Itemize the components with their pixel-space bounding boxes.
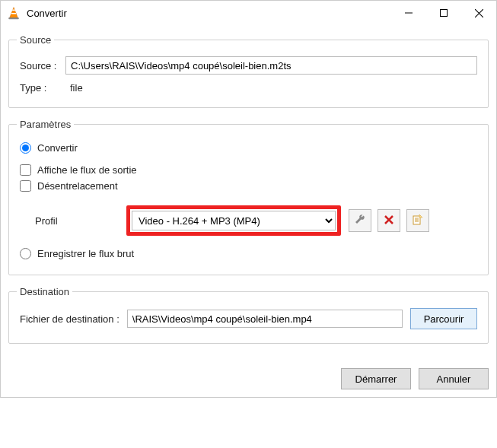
profile-label: Profil bbox=[35, 215, 126, 227]
radio-convert-label: Convertir bbox=[37, 142, 78, 154]
svg-rect-5 bbox=[441, 10, 448, 17]
svg-marker-0 bbox=[10, 8, 18, 18]
delete-x-icon bbox=[383, 214, 395, 228]
parameters-group: Paramètres Convertir Affiche le flux de … bbox=[8, 119, 489, 275]
new-profile-button[interactable] bbox=[406, 209, 429, 232]
radio-rawstream-label: Enregistrer le flux brut bbox=[37, 248, 134, 259]
convert-window: Convertir Source Source : Type : file Pa… bbox=[0, 0, 497, 398]
maximize-button[interactable] bbox=[426, 1, 461, 25]
new-profile-icon bbox=[412, 214, 424, 228]
vlc-icon bbox=[7, 6, 21, 20]
browse-button[interactable]: Parcourir bbox=[410, 308, 477, 329]
parameters-legend: Paramètres bbox=[17, 119, 74, 130]
destination-group: Destination Fichier de destination : Par… bbox=[8, 286, 489, 344]
source-input[interactable] bbox=[65, 56, 477, 75]
source-row: Source : bbox=[20, 56, 477, 75]
type-label: Type : bbox=[20, 82, 65, 94]
checkbox-show-output-input[interactable] bbox=[20, 164, 31, 176]
profile-row: Profil Video - H.264 + MP3 (MP4) bbox=[35, 205, 477, 236]
svg-rect-1 bbox=[12, 10, 15, 11]
window-content: Source Source : Type : file Paramètres C… bbox=[1, 25, 496, 364]
checkbox-deinterlace-input[interactable] bbox=[20, 180, 31, 192]
source-legend: Source bbox=[17, 34, 54, 46]
destination-label: Fichier de destination : bbox=[20, 313, 119, 325]
checkbox-deinterlace[interactable]: Désentrelacement bbox=[20, 180, 477, 192]
checkbox-show-output[interactable]: Affiche le flux de sortie bbox=[20, 164, 477, 176]
dialog-buttons: Démarrer Annuler bbox=[1, 364, 496, 397]
profile-highlight: Video - H.264 + MP3 (MP4) bbox=[126, 205, 341, 236]
profile-select[interactable]: Video - H.264 + MP3 (MP4) bbox=[132, 211, 336, 230]
delete-profile-button[interactable] bbox=[378, 209, 400, 232]
radio-convert[interactable]: Convertir bbox=[20, 142, 477, 154]
convert-options: Affiche le flux de sortie Désentrelaceme… bbox=[20, 164, 477, 192]
wrench-icon bbox=[354, 214, 366, 228]
destination-legend: Destination bbox=[17, 286, 72, 297]
edit-profile-button[interactable] bbox=[349, 209, 371, 232]
radio-rawstream-input[interactable] bbox=[20, 248, 31, 259]
radio-convert-input[interactable] bbox=[20, 142, 31, 154]
type-value: file bbox=[70, 82, 83, 94]
window-title: Convertir bbox=[27, 8, 67, 19]
checkbox-show-output-label: Affiche le flux de sortie bbox=[37, 164, 137, 176]
type-row: Type : file bbox=[20, 82, 477, 94]
destination-input[interactable] bbox=[127, 310, 403, 328]
svg-rect-3 bbox=[8, 17, 19, 19]
cancel-button[interactable]: Annuler bbox=[419, 368, 489, 389]
checkbox-deinterlace-label: Désentrelacement bbox=[37, 180, 118, 192]
minimize-button[interactable] bbox=[391, 1, 426, 25]
destination-row: Fichier de destination : Parcourir bbox=[20, 308, 477, 329]
start-button[interactable]: Démarrer bbox=[341, 368, 411, 389]
title-bar: Convertir bbox=[1, 1, 496, 25]
svg-marker-14 bbox=[419, 214, 422, 218]
svg-rect-2 bbox=[11, 13, 16, 14]
profile-tool-buttons bbox=[349, 209, 429, 232]
source-group: Source Source : Type : file bbox=[8, 34, 489, 108]
radio-rawstream[interactable]: Enregistrer le flux brut bbox=[20, 248, 477, 259]
source-label: Source : bbox=[20, 60, 65, 71]
close-button[interactable] bbox=[461, 1, 496, 25]
